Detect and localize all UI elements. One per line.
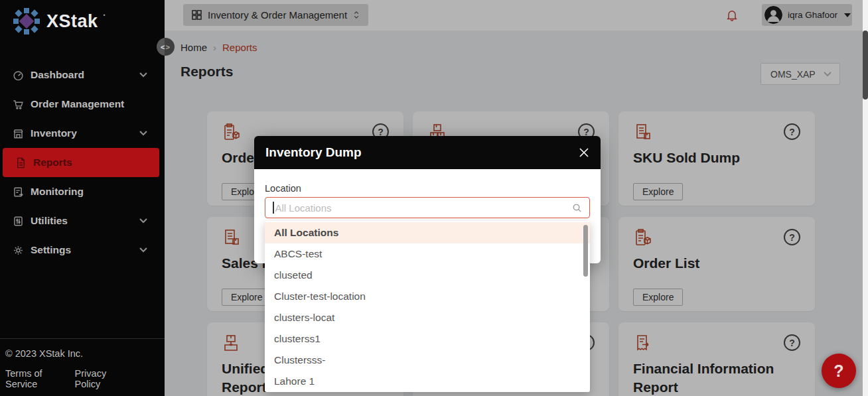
store-icon xyxy=(12,127,25,140)
chevron-down-icon xyxy=(139,72,147,78)
location-option[interactable]: All Locations xyxy=(265,222,590,243)
close-icon[interactable] xyxy=(579,147,589,158)
sidebar-item-utilities[interactable]: Utilities xyxy=(0,206,165,235)
sidebar-item-label: Utilities xyxy=(31,215,68,227)
location-field-label: Location xyxy=(265,183,590,194)
terms-of-service-link[interactable]: Terms of Service xyxy=(5,368,75,389)
search-icon xyxy=(572,203,582,213)
brand-logo: XStak • xyxy=(12,7,106,36)
location-option[interactable]: cluseted xyxy=(265,265,590,286)
xstak-logo-icon xyxy=(12,7,41,36)
sidebar-item-label: Dashboard xyxy=(31,69,84,81)
gear-icon xyxy=(12,244,25,257)
modal-title: Inventory Dump xyxy=(265,145,579,160)
sidebar-item-dashboard[interactable]: Dashboard xyxy=(0,60,165,90)
sidebar-item-label: Inventory xyxy=(31,127,77,139)
location-dropdown: All Locations ABCS-test cluseted Cluster… xyxy=(265,221,590,392)
sidebar-item-order-management[interactable]: Order Management xyxy=(0,90,165,119)
sidebar: XStak • Dashboard Order Management Inven… xyxy=(0,0,165,396)
location-input-wrap xyxy=(265,197,590,218)
sidebar-item-label: Settings xyxy=(31,244,71,256)
app-window: XStak • Dashboard Order Management Inven… xyxy=(0,0,868,396)
file-icon xyxy=(15,157,27,169)
chevron-down-icon xyxy=(139,247,147,253)
brand-name: XStak xyxy=(46,11,98,32)
logo-trademark: • xyxy=(104,12,106,19)
monitor-icon xyxy=(12,186,25,198)
sidebar-footer: © 2023 XStak Inc. Terms of Service Priva… xyxy=(0,338,165,396)
location-option[interactable]: Cluster-test-location xyxy=(265,286,590,307)
location-option[interactable]: clusterss1 xyxy=(265,328,590,350)
cart-icon xyxy=(12,98,25,111)
page-scrollbar-track xyxy=(863,0,868,396)
location-search-input[interactable] xyxy=(274,202,573,214)
privacy-policy-link[interactable]: Privacy Policy xyxy=(75,368,133,389)
gauge-icon xyxy=(12,69,25,82)
sidebar-item-label: Monitoring xyxy=(31,186,84,198)
sidebar-item-label: Reports xyxy=(33,157,72,168)
location-option[interactable]: clusters-locat xyxy=(265,307,590,328)
copyright-text: © 2023 XStak Inc. xyxy=(5,348,159,359)
sidebar-item-inventory[interactable]: Inventory xyxy=(0,119,165,148)
dropdown-scrollbar-thumb[interactable] xyxy=(583,225,588,277)
sidebar-item-settings[interactable]: Settings xyxy=(0,235,165,265)
location-option[interactable]: ABCS-test xyxy=(265,243,590,265)
modal-header: Inventory Dump xyxy=(254,136,601,169)
help-button[interactable]: ? xyxy=(822,354,856,388)
location-option[interactable]: Clustersss- xyxy=(265,350,590,371)
sidebar-nav: Dashboard Order Management Inventory xyxy=(0,60,165,265)
sidebar-item-reports[interactable]: Reports xyxy=(3,148,159,177)
sidebar-item-label: Order Management xyxy=(31,98,124,110)
sidebar-item-monitoring[interactable]: Monitoring xyxy=(0,177,165,206)
location-option[interactable]: Lahore 1 xyxy=(265,371,590,392)
chevron-down-icon xyxy=(139,218,147,224)
chevron-down-icon xyxy=(139,131,147,136)
page-scrollbar-thumb[interactable] xyxy=(863,31,868,99)
sliders-icon xyxy=(12,215,25,228)
